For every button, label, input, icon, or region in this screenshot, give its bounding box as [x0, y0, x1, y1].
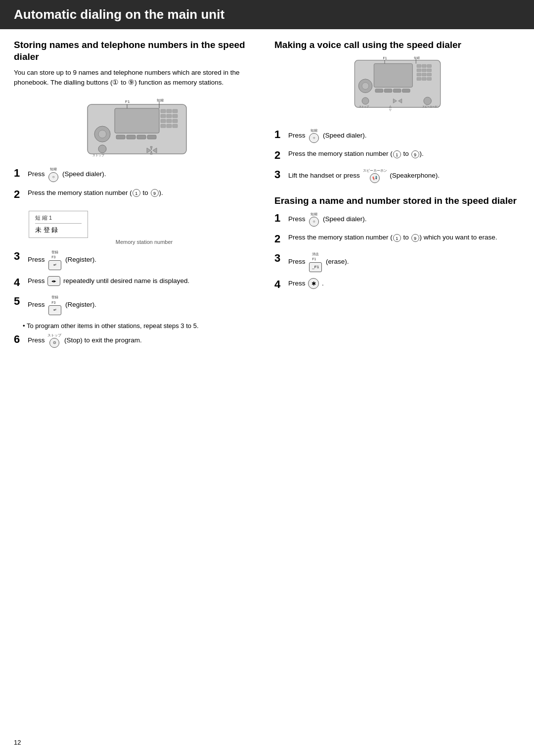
step-number: 2 — [274, 149, 285, 162]
svg-point-57 — [423, 97, 431, 105]
step-number: 4 — [14, 276, 25, 289]
svg-rect-39 — [417, 69, 421, 72]
svg-rect-46 — [422, 77, 426, 80]
step-number: 3 — [274, 168, 285, 181]
svg-rect-48 — [375, 89, 383, 92]
svg-text:ストップ: ストップ — [359, 105, 369, 108]
bullet-note: To program other items in other stations… — [23, 321, 260, 331]
svg-rect-6 — [161, 109, 166, 113]
nav-button: ◂▸ — [47, 276, 60, 286]
svg-text:短縮: 短縮 — [413, 56, 419, 59]
step-content: Press 短縮 ○ (Speed dialer). — [28, 167, 260, 182]
svg-rect-21 — [147, 135, 156, 139]
memory-station-display: 短 縮 1 未 登 録 Memory station number — [29, 207, 260, 245]
step-content: Press 短縮 ○ (Speed dialer). — [288, 212, 520, 227]
step-content: Press 短縮 ○ (Speed dialer). — [288, 128, 520, 143]
svg-rect-45 — [417, 77, 421, 80]
star-button: ✱ — [308, 278, 319, 289]
svg-rect-44 — [427, 73, 431, 76]
svg-rect-40 — [422, 69, 426, 72]
step-content: Press the memory station number (1 to 9)… — [288, 233, 520, 242]
left-step-6: 6 Press ストップ ⊙ (Stop) to exit the progra… — [14, 333, 260, 348]
left-step-5: 5 Press 登録F3 ↵ (Register). — [14, 295, 260, 315]
svg-rect-15 — [161, 124, 166, 128]
svg-rect-42 — [417, 73, 421, 76]
step-content: Press ◂▸ repeatedly until desired name i… — [28, 276, 260, 286]
register-button-f3: 登録F3 ↵ — [47, 250, 62, 270]
svg-rect-36 — [417, 64, 421, 67]
step-number: 2 — [274, 233, 285, 245]
step-content: Press 消去F1 _F1 (erase). — [288, 252, 520, 272]
left-device-image: F1 短縮 — [14, 94, 260, 159]
svg-text:F1: F1 — [125, 99, 130, 104]
svg-text:短縮: 短縮 — [157, 98, 164, 102]
left-step-2: 2 Press the memory station number (1 to … — [14, 188, 260, 201]
content-area: Storing names and telephone numbers in t… — [0, 39, 534, 354]
svg-rect-8 — [173, 109, 178, 113]
svg-rect-50 — [393, 89, 401, 92]
page-title: Automatic dialing on the main unit — [14, 7, 520, 22]
step-number: 6 — [14, 333, 25, 346]
svg-rect-14 — [173, 119, 178, 123]
page-number: 12 — [14, 739, 21, 746]
erase-step-1: 1 Press 短縮 ○ (Speed dialer). — [274, 212, 520, 227]
left-step-1: 1 Press 短縮 ○ (Speed dialer). — [14, 167, 260, 182]
step-content: Press ✱ . — [288, 278, 520, 289]
step-number: 5 — [14, 295, 25, 308]
speed-dialer-button: 短縮 ○ — [47, 167, 59, 182]
step-number: 3 — [274, 252, 285, 265]
left-step-3: 3 Press 登録F3 ↵ (Register). — [14, 250, 260, 270]
svg-rect-47 — [427, 77, 431, 80]
right-column: Making a voice call using the speed dial… — [274, 39, 520, 354]
memory-box-label: Memory station number — [29, 239, 260, 245]
svg-point-53 — [362, 82, 369, 89]
left-section-title: Storing names and telephone numbers in t… — [14, 39, 260, 63]
svg-rect-1 — [115, 108, 159, 133]
svg-text:スピーカーホン: スピーカーホン — [422, 105, 440, 108]
svg-point-24 — [98, 145, 106, 153]
erase-step-2: 2 Press the memory station number (1 to … — [274, 233, 520, 245]
step-number: 3 — [14, 250, 25, 263]
svg-rect-19 — [127, 135, 135, 139]
register-button-f3-2: 登録F3 ↵ — [47, 295, 62, 315]
svg-rect-16 — [167, 124, 172, 128]
svg-rect-12 — [161, 119, 166, 123]
page-header: Automatic dialing on the main unit — [0, 0, 534, 29]
erase-button-f1: 消去F1 _F1 — [308, 252, 323, 272]
svg-text:F1: F1 — [383, 56, 387, 60]
step-content: Press 登録F3 ↵ (Register). — [28, 250, 260, 270]
svg-rect-41 — [427, 69, 431, 72]
step-content: Press 登録F3 ↵ (Register). — [28, 295, 260, 315]
step-number: 1 — [274, 212, 285, 225]
step-content: Press ストップ ⊙ (Stop) to exit the program. — [28, 333, 260, 348]
erase-section-title: Erasing a name and number stored in the … — [274, 195, 520, 207]
step-number: 4 — [274, 278, 285, 291]
erase-step-3: 3 Press 消去F1 _F1 (erase). — [274, 252, 520, 272]
left-column: Storing names and telephone numbers in t… — [14, 39, 260, 354]
svg-rect-7 — [167, 109, 172, 113]
svg-rect-37 — [422, 64, 426, 67]
step-number: 2 — [14, 188, 25, 201]
right-device-image: F1 短縮 — [274, 56, 520, 120]
left-intro-text: You can store up to 9 names and telephon… — [14, 68, 260, 88]
svg-text:ストップ: ストップ — [92, 153, 105, 157]
svg-rect-13 — [167, 119, 172, 123]
speakerphone-button: スピーカーホン 📢 — [363, 168, 387, 184]
voice-step-3: 3 Lift the handset or press スピーカーホン 📢 (S… — [274, 168, 520, 184]
svg-rect-9 — [161, 114, 166, 118]
left-step-4: 4 Press ◂▸ repeatedly until desired name… — [14, 276, 260, 289]
step-content: Press the memory station number (1 to 9)… — [28, 188, 260, 198]
right-device-svg: F1 短縮 — [343, 56, 452, 120]
left-device-svg: F1 短縮 — [83, 94, 191, 159]
svg-rect-31 — [374, 63, 412, 87]
voice-step-1: 1 Press 短縮 ○ (Speed dialer). — [274, 128, 520, 143]
svg-rect-18 — [116, 135, 125, 139]
svg-rect-10 — [167, 114, 172, 118]
erase-step-4: 4 Press ✱ . — [274, 278, 520, 291]
step-number: 1 — [274, 128, 285, 141]
svg-rect-51 — [402, 89, 410, 92]
speed-dialer-btn-right: 短縮 ○ — [308, 128, 320, 143]
voice-step-2: 2 Press the memory station number (1 to … — [274, 149, 520, 162]
svg-rect-38 — [427, 64, 431, 67]
memory-box: 短 縮 1 未 登 録 — [29, 211, 88, 238]
